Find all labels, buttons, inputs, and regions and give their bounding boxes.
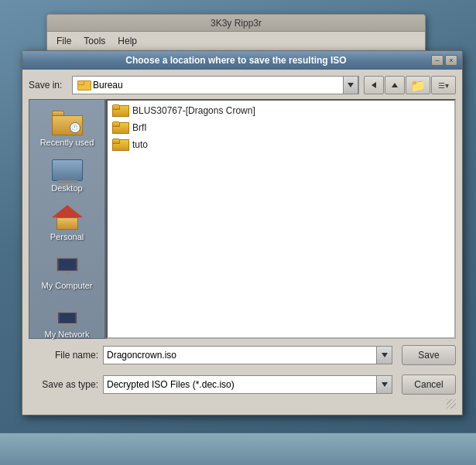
sidebar-item-my-computer-label: My Computer bbox=[41, 281, 92, 290]
nav-buttons: 📁 ☰▾ bbox=[364, 76, 456, 94]
save-in-combo[interactable]: Bureau bbox=[72, 76, 359, 94]
sidebar-item-desktop-label: Desktop bbox=[51, 183, 82, 193]
cancel-button-container: Cancel bbox=[402, 374, 456, 395]
dialog-titlebar: Choose a location where to save the resu… bbox=[22, 51, 462, 70]
content-area: 🕐 Recently used Desktop Personal bbox=[29, 99, 456, 339]
sidebar-item-recently-used[interactable]: 🕐 Recently used bbox=[33, 106, 101, 152]
sidebar-item-personal[interactable]: Personal bbox=[33, 200, 101, 246]
sidebar-item-my-network-label: My Network bbox=[44, 330, 89, 339]
menu-tools[interactable]: Tools bbox=[79, 34, 110, 48]
left-sidebar: 🕐 Recently used Desktop Personal bbox=[29, 99, 106, 339]
file-name-label: File name: bbox=[29, 350, 98, 361]
bg-title: 3K3y Ripp3r bbox=[211, 18, 262, 29]
save-as-type-row: Save as type: Decrypted ISO Files (*.dec… bbox=[29, 374, 456, 395]
bg-menubar: File Tools Help bbox=[47, 32, 425, 50]
nav-back-button[interactable] bbox=[364, 76, 384, 94]
bg-titlebar: 3K3y Ripp3r bbox=[47, 15, 425, 32]
file-name-row: File name: Save bbox=[29, 345, 456, 365]
folder-icon-0 bbox=[112, 104, 128, 117]
save-in-folder-icon bbox=[77, 80, 90, 91]
save-in-value: Bureau bbox=[93, 80, 123, 91]
recently-used-icon: 🕐 bbox=[52, 111, 83, 135]
dialog-body: Save in: Bureau 📁 ☰▾ bbox=[22, 70, 462, 415]
sidebar-item-my-network[interactable]: My Network bbox=[33, 298, 101, 344]
form-fields: File name: Save Save as type: bbox=[29, 345, 456, 399]
dialog-title: Choose a location where to save the resu… bbox=[41, 55, 431, 66]
file-name-2: tuto bbox=[132, 139, 148, 150]
file-item-2[interactable]: tuto bbox=[109, 136, 453, 153]
save-as-type-arrow-icon bbox=[382, 382, 388, 387]
folder-icon-2 bbox=[112, 138, 128, 151]
file-name-input[interactable] bbox=[104, 347, 376, 364]
taskbar-content bbox=[0, 433, 476, 465]
file-name-1: BrfI bbox=[132, 122, 147, 133]
file-name-0: BLUS30767-[Dragons Crown] bbox=[132, 105, 255, 116]
resize-grip[interactable] bbox=[447, 399, 456, 409]
menu-file[interactable]: File bbox=[52, 34, 76, 48]
computer-icon bbox=[52, 254, 83, 279]
dialog-footer bbox=[29, 399, 456, 409]
save-as-type-value: Decrypted ISO Files (*.dec.iso) bbox=[104, 376, 376, 393]
sidebar-item-personal-label: Personal bbox=[50, 232, 84, 241]
folder-icon-1 bbox=[112, 121, 128, 134]
bottom-form-area: File name: Save Save as type: bbox=[29, 339, 456, 399]
dialog-controls: – × bbox=[431, 55, 457, 66]
save-in-row: Save in: Bureau 📁 ☰▾ bbox=[29, 76, 456, 94]
file-item-1[interactable]: BrfI bbox=[109, 119, 453, 136]
save-as-type-combo-wrapper[interactable]: Decrypted ISO Files (*.dec.iso) bbox=[103, 375, 392, 394]
file-item-0[interactable]: BLUS30767-[Dragons Crown] bbox=[109, 102, 453, 119]
file-name-input-wrapper[interactable] bbox=[103, 346, 392, 364]
save-as-type-dropdown-btn[interactable] bbox=[376, 376, 392, 393]
home-icon bbox=[52, 205, 83, 230]
save-dialog: Choose a location where to save the resu… bbox=[22, 50, 463, 415]
save-in-dropdown-button[interactable] bbox=[343, 76, 358, 94]
network-icon bbox=[52, 303, 83, 327]
cancel-button[interactable]: Cancel bbox=[402, 374, 456, 395]
file-list[interactable]: BLUS30767-[Dragons Crown] BrfI tuto bbox=[106, 99, 456, 339]
nav-new-folder-button[interactable]: 📁 bbox=[406, 76, 430, 94]
save-button[interactable]: Save bbox=[402, 345, 456, 365]
back-arrow-icon bbox=[372, 82, 376, 88]
save-in-label: Save in: bbox=[29, 80, 67, 91]
minimize-button[interactable]: – bbox=[431, 55, 443, 66]
nav-up-button[interactable] bbox=[385, 76, 405, 94]
sidebar-item-my-computer[interactable]: My Computer bbox=[33, 249, 101, 295]
desktop-icon bbox=[52, 159, 83, 181]
menu-help[interactable]: Help bbox=[113, 34, 142, 48]
nav-view-button[interactable]: ☰▾ bbox=[431, 76, 456, 94]
taskbar bbox=[0, 433, 476, 465]
dropdown-arrow-icon bbox=[348, 83, 354, 87]
save-button-container: Save bbox=[402, 345, 456, 365]
save-as-type-label: Save as type: bbox=[29, 379, 98, 390]
file-name-dropdown-btn[interactable] bbox=[376, 347, 392, 364]
sidebar-item-desktop[interactable]: Desktop bbox=[33, 155, 101, 197]
sidebar-item-recently-used-label: Recently used bbox=[40, 138, 94, 147]
file-name-arrow-icon bbox=[382, 353, 388, 357]
close-button[interactable]: × bbox=[445, 55, 457, 66]
up-arrow-icon bbox=[392, 83, 398, 87]
